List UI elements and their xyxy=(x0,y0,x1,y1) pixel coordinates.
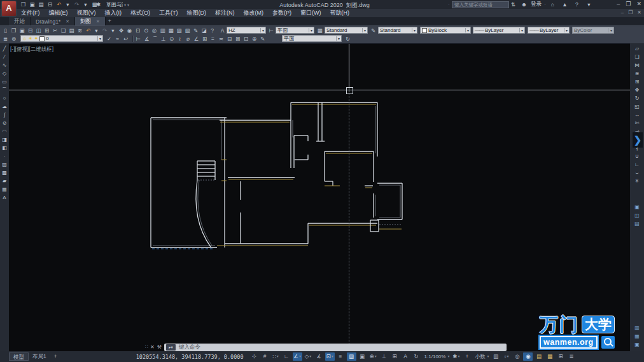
lineweight-combo[interactable]: —— ByLayer▾ xyxy=(528,27,570,34)
redo-list-dropdown[interactable]: ▾ xyxy=(109,27,117,34)
menu-item[interactable]: 格式(O) xyxy=(126,9,155,17)
search-input[interactable]: 键入关键字或短语 xyxy=(452,1,509,8)
menu-item[interactable]: 修改(M) xyxy=(239,9,269,17)
cut-button[interactable]: ✂ xyxy=(51,27,59,34)
ellipse-button[interactable]: ⊘ xyxy=(1,119,9,127)
save-button[interactable]: ▣ xyxy=(28,1,36,8)
quick-dimension-button[interactable]: ⊞ xyxy=(200,35,209,43)
dynamic-ucs-toggle[interactable]: ⊥ xyxy=(379,352,389,361)
menu-item[interactable]: 帮助(H) xyxy=(326,9,354,17)
units-control[interactable]: 小数▾ xyxy=(473,352,489,361)
drawing-canvas[interactable]: [-][俯视][二维线框] 万门 大学 wanmen.org xyxy=(9,43,630,351)
lock-ui-control[interactable]: ▫▾ xyxy=(501,352,511,361)
ellipse-arc-button[interactable]: ◠ xyxy=(1,127,9,136)
linetype-combo[interactable]: —— ByLayer▾ xyxy=(473,27,525,34)
dynamic-input-toggle[interactable]: ⊞ xyxy=(390,352,400,361)
trim-button[interactable]: ✄ xyxy=(633,119,641,127)
text-style-combo[interactable]: HZ▾ xyxy=(227,27,266,34)
new-layout-tab[interactable]: + xyxy=(50,352,61,361)
dimension-style-combo[interactable]: 平面▾ xyxy=(282,35,342,42)
doc-restore-button[interactable]: ❐ xyxy=(628,10,633,15)
zoom-window-button[interactable]: ⊡ xyxy=(134,27,142,34)
circle-button[interactable]: ○ xyxy=(1,94,9,102)
match-layer-button[interactable]: ≈ xyxy=(113,35,122,43)
ortho-toggle[interactable]: ∟ xyxy=(282,352,291,361)
table-style-combo[interactable]: Standard▾ xyxy=(325,27,368,34)
command-close-icon[interactable]: ✕ xyxy=(150,344,155,350)
clean-screen-a[interactable]: ▤ xyxy=(534,352,543,361)
create-block-button[interactable]: ◧ xyxy=(1,144,9,152)
hatch-button[interactable]: ▨ xyxy=(1,160,9,169)
menu-item[interactable]: 绘图(D) xyxy=(183,9,211,17)
dimension-space-button[interactable]: ⊟ xyxy=(225,35,234,43)
multiline-text-button[interactable]: A xyxy=(1,193,9,202)
aligned-dimension-button[interactable]: ∡ xyxy=(143,35,151,43)
steering-wheel-button[interactable]: ◉ xyxy=(125,27,134,34)
infer-constraints-toggle[interactable]: ⊹ xyxy=(249,352,259,361)
qnew-button[interactable]: ▯ xyxy=(1,27,10,34)
dim-style-combo[interactable]: 平面▾ xyxy=(276,27,314,34)
dimension-edit-button[interactable]: ✎ xyxy=(258,35,267,43)
undo-tool-button[interactable]: ↶ xyxy=(84,27,92,34)
rotate-button[interactable]: ↻ xyxy=(633,94,641,102)
annotation-monitor-toggle[interactable]: + xyxy=(462,352,472,361)
mirror-button[interactable]: ⋈ xyxy=(633,61,641,69)
quick-properties-toggle[interactable]: ▥ xyxy=(491,352,500,361)
copy-button[interactable]: ❏ xyxy=(633,53,641,61)
perf-panel-icon[interactable]: ▦ xyxy=(633,332,641,340)
undo-dropdown[interactable]: ▾ xyxy=(64,1,72,8)
copy-clip-button[interactable]: ❏ xyxy=(59,27,67,34)
center-mark-button[interactable]: ⊕ xyxy=(250,35,258,43)
command-customize-icon[interactable]: ⚒ xyxy=(157,344,162,350)
annotation-visibility-toggle[interactable]: A xyxy=(401,352,410,361)
pan-button[interactable]: ✥ xyxy=(117,27,125,34)
doc-close-button[interactable]: ✕ xyxy=(637,10,641,15)
spline-button[interactable]: ∫ xyxy=(1,111,9,119)
plot-preview-button[interactable]: ◫ xyxy=(34,27,43,34)
explode-button[interactable]: ✳ xyxy=(633,177,641,185)
snap-toggle[interactable]: ∷▾ xyxy=(271,352,281,361)
make-layer-current-button[interactable]: ✓ xyxy=(105,35,113,43)
layer-properties-button[interactable]: ≣ xyxy=(1,35,10,43)
scale-button[interactable]: ◱ xyxy=(633,102,641,111)
transparency-toggle[interactable]: ▨ xyxy=(347,352,356,361)
otrack-toggle[interactable]: ∡ xyxy=(314,352,324,361)
continue-dimension-button[interactable]: ≍ xyxy=(217,35,225,43)
stretch-button[interactable]: ↔ xyxy=(633,111,641,119)
mleader-style-combo[interactable]: Standard▾ xyxy=(378,27,417,34)
layout1-tab[interactable]: 布局1 xyxy=(29,352,50,361)
layer-combo[interactable]: ☼ ☀ ✦ 0 ▾ xyxy=(20,35,103,42)
nav-orbit-icon[interactable]: ◫ xyxy=(633,211,641,219)
diameter-dimension-button[interactable]: ⌀ xyxy=(184,35,192,43)
workspace-dropdown-icon[interactable]: ▾ xyxy=(124,3,126,7)
help-button[interactable]: ? xyxy=(208,27,216,34)
exchange-icon[interactable]: ⇅ xyxy=(509,1,517,8)
line-button[interactable]: ╱ xyxy=(1,45,9,53)
revision-cloud-button[interactable]: ☁ xyxy=(1,102,9,111)
layer-previous-button[interactable]: ↩ xyxy=(122,35,130,43)
clean-screen-b[interactable]: ▦ xyxy=(545,352,554,361)
properties-palette-button[interactable]: ▥ xyxy=(158,27,167,34)
layer-freeze-icon[interactable]: ☀ xyxy=(28,36,32,41)
insert-block-button[interactable]: ◨ xyxy=(1,136,9,144)
workspace-switching-control[interactable]: ✱▾ xyxy=(451,352,461,361)
match-properties-button[interactable]: ≋ xyxy=(76,27,84,34)
command-prompt-icon[interactable]: ▸▾ xyxy=(166,344,176,351)
workspace-control[interactable]: ✱ 草图与注释 ▾ ▾ xyxy=(94,1,129,8)
tab-drawing1[interactable]: Drawing1*✕ xyxy=(31,17,75,25)
menu-item[interactable]: 视图(V) xyxy=(73,9,101,17)
3d-osnap-toggle[interactable]: ⊕▾ xyxy=(368,352,378,361)
app-store-icon[interactable]: ⌂ xyxy=(549,1,557,8)
offset-button[interactable]: ≋ xyxy=(633,69,641,78)
chamfer-button[interactable]: ∟ xyxy=(633,160,641,169)
radius-dimension-button[interactable]: ⊙ xyxy=(167,35,176,43)
close-button[interactable]: ✕ xyxy=(636,1,641,7)
construction-line-button[interactable]: ∕ xyxy=(1,53,9,61)
osnap-toggle[interactable]: ⊡▾ xyxy=(325,352,335,361)
command-input[interactable]: ▸▾ 键入命令 xyxy=(164,344,507,351)
zoom-previous-button[interactable]: ⊙ xyxy=(142,27,150,34)
polyline-button[interactable]: ∿ xyxy=(1,61,9,69)
save-as-button[interactable]: ▤ xyxy=(37,1,45,8)
nav-pan-icon[interactable]: ▣ xyxy=(633,203,641,211)
paste-button[interactable]: ▤ xyxy=(67,27,76,34)
